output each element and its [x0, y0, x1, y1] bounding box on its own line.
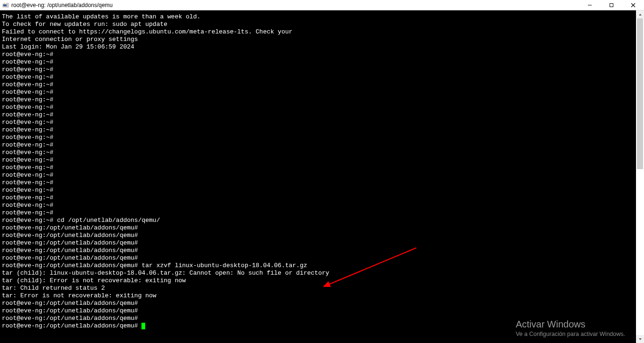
terminal-line: tar: Error is not recoverable: exiting n…	[2, 292, 636, 300]
terminal-line: root@eve-ng:/opt/unetlab/addons/qemu#	[2, 254, 636, 262]
putty-icon	[2, 1, 9, 9]
scroll-down-button[interactable]	[636, 335, 644, 343]
vertical-scrollbar[interactable]	[636, 10, 644, 343]
terminal-line: root@eve-ng:~#	[2, 119, 636, 126]
terminal-line: root@eve-ng:~#	[2, 141, 636, 149]
terminal-line: root@eve-ng:~#	[2, 202, 636, 209]
terminal-line: The list of available updates is more th…	[2, 13, 636, 21]
scroll-up-button[interactable]	[636, 10, 644, 18]
terminal-line: tar (child): linux-ubuntu-desktop-18.04.…	[2, 270, 636, 277]
terminal-line: root@eve-ng:/opt/unetlab/addons/qemu#	[2, 232, 636, 239]
terminal-line: root@eve-ng:~#	[2, 172, 636, 179]
putty-window: root@eve-ng: /opt/unetlab/addons/qemu Th…	[0, 0, 644, 343]
terminal-line: root@eve-ng:~#	[2, 134, 636, 141]
maximize-button[interactable]	[601, 0, 622, 10]
window-title: root@eve-ng: /opt/unetlab/addons/qemu	[11, 2, 113, 8]
terminal-line: root@eve-ng:~#	[2, 81, 636, 89]
terminal-line: root@eve-ng:~#	[2, 149, 636, 156]
terminal-line: root@eve-ng:~#	[2, 156, 636, 164]
terminal-line: root@eve-ng:~#	[2, 104, 636, 111]
terminal-line: root@eve-ng:/opt/unetlab/addons/qemu#	[2, 247, 636, 254]
terminal-line: root@eve-ng:~#	[2, 58, 636, 66]
terminal-line: root@eve-ng:/opt/unetlab/addons/qemu#	[2, 300, 636, 307]
terminal-line: Failed to connect to https://changelogs.…	[2, 28, 636, 36]
terminal-cursor	[141, 323, 145, 329]
terminal-line: Last login: Mon Jan 29 15:06:59 2024	[2, 43, 636, 51]
terminal-line: root@eve-ng:~#	[2, 209, 636, 217]
minimize-button[interactable]	[579, 0, 601, 10]
titlebar[interactable]: root@eve-ng: /opt/unetlab/addons/qemu	[0, 0, 644, 10]
scrollbar-thumb[interactable]	[637, 18, 643, 169]
close-button[interactable]	[622, 0, 644, 10]
window-controls	[579, 0, 644, 10]
terminal-line: root@eve-ng:/opt/unetlab/addons/qemu#	[2, 307, 636, 315]
terminal-line: root@eve-ng:~#	[2, 74, 636, 81]
terminal-line: root@eve-ng:~#	[2, 96, 636, 104]
terminal-line: root@eve-ng:~#	[2, 126, 636, 134]
terminal-line: root@eve-ng:/opt/unetlab/addons/qemu#	[2, 224, 636, 232]
terminal-line: root@eve-ng:/opt/unetlab/addons/qemu#	[2, 239, 636, 247]
terminal-line: root@eve-ng:~#	[2, 164, 636, 172]
terminal-line: root@eve-ng:~#	[2, 179, 636, 187]
terminal-line: root@eve-ng:~#	[2, 89, 636, 96]
terminal-area: The list of available updates is more th…	[0, 10, 644, 343]
terminal-output[interactable]: The list of available updates is more th…	[0, 10, 636, 343]
terminal-line: root@eve-ng:~#	[2, 187, 636, 194]
svg-rect-1	[3, 4, 7, 6]
terminal-line: root@eve-ng:~# cd /opt/unetlab/addons/qe…	[2, 217, 636, 224]
terminal-line: root@eve-ng:/opt/unetlab/addons/qemu# ta…	[2, 262, 636, 270]
terminal-line: root@eve-ng:/opt/unetlab/addons/qemu#	[2, 315, 636, 322]
terminal-line: root@eve-ng:/opt/unetlab/addons/qemu#	[2, 322, 636, 330]
terminal-line: tar (child): Error is not recoverable: e…	[2, 277, 636, 285]
svg-rect-2	[7, 3, 9, 7]
terminal-line: root@eve-ng:~#	[2, 66, 636, 74]
terminal-line: root@eve-ng:~#	[2, 111, 636, 119]
svg-rect-5	[610, 3, 613, 7]
terminal-line: tar: Child returned status 2	[2, 285, 636, 292]
terminal-line: root@eve-ng:~#	[2, 51, 636, 58]
terminal-line: To check for new updates run: sudo apt u…	[2, 21, 636, 28]
scrollbar-track[interactable]	[636, 18, 644, 335]
svg-line-3	[4, 2, 5, 4]
terminal-line: root@eve-ng:~#	[2, 194, 636, 202]
terminal-line: Internet connection or proxy settings	[2, 36, 636, 43]
